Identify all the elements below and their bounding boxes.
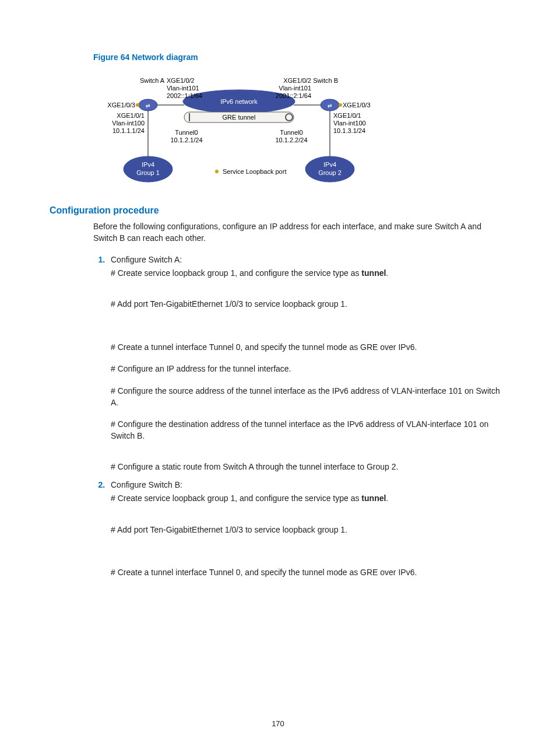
legend-loopback: Service Loopback port [223, 168, 286, 175]
svg-text:⇄: ⇄ [146, 103, 150, 108]
group1-line2: Group 1 [136, 169, 160, 176]
switch-b-icon: ⇄ [321, 99, 339, 111]
svg-text:Tunnel0: Tunnel0 [280, 129, 302, 136]
step-2: Configure Switch B: # Create service loo… [107, 480, 506, 579]
group1-line1: IPv4 [142, 161, 154, 168]
step-1-sub-5: # Configure the destination address of t… [111, 419, 506, 442]
step-2-sub-1: # Add port Ten-GigabitEthernet 1/0/3 to … [111, 524, 506, 536]
step-1-sub-6: # Configure a static route from Switch A… [111, 461, 506, 473]
step-2-head: Configure Switch B: [111, 480, 506, 489]
intro-text: Before the following configurations, con… [93, 220, 506, 244]
svg-text:XGE1/0/1: XGE1/0/1 [117, 112, 145, 119]
svg-text:Tunnel0: Tunnel0 [175, 129, 198, 136]
step-1: Configure Switch A: # Create service loo… [107, 255, 506, 473]
svg-text:XGE1/0/2: XGE1/0/2 [283, 77, 311, 84]
svg-point-10 [136, 103, 139, 107]
ipv6-network-label: IPv6 network [220, 98, 258, 105]
svg-text:⇄: ⇄ [328, 103, 332, 108]
step-1-sub-1: # Add port Ten-GigabitEthernet 1/0/3 to … [111, 299, 506, 310]
svg-text:10.1.1.1/24: 10.1.1.1/24 [112, 127, 145, 134]
svg-text:Vlan-int101: Vlan-int101 [279, 85, 311, 92]
section-heading: Configuration procedure [50, 205, 506, 216]
figure-caption: Figure 64 Network diagram [93, 52, 506, 62]
svg-text:XGE1/0/3: XGE1/0/3 [107, 102, 135, 108]
svg-text:10.1.3.1/24: 10.1.3.1/24 [333, 127, 365, 134]
svg-text:Vlan-int101: Vlan-int101 [167, 85, 199, 92]
svg-text:XGE1/0/1: XGE1/0/1 [333, 112, 361, 119]
step-1-head: Configure Switch A: [111, 255, 506, 264]
svg-text:XGE1/0/2: XGE1/0/2 [167, 77, 195, 84]
steps-list: Configure Switch A: # Create service loo… [93, 255, 506, 579]
switch-b-label: Switch B [313, 77, 338, 84]
svg-text:XGE1/0/3: XGE1/0/3 [343, 102, 371, 108]
svg-point-11 [339, 103, 342, 107]
page-number: 170 [0, 719, 556, 728]
step-1-sub-0: # Create service loopback group 1, and c… [111, 268, 506, 279]
svg-text:Vlan-int100: Vlan-int100 [112, 120, 145, 127]
gre-tunnel-label: GRE tunnel [223, 114, 256, 121]
group2-line1: IPv4 [323, 161, 336, 168]
step-2-sub-2: # Create a tunnel interface Tunnel 0, an… [111, 567, 506, 579]
svg-text:2001::2:1/64: 2001::2:1/64 [276, 92, 311, 99]
svg-text:Vlan-int100: Vlan-int100 [333, 120, 366, 127]
step-1-sub-4: # Configure the source address of the tu… [111, 386, 506, 408]
step-1-sub-2: # Create a tunnel interface Tunnel 0, an… [111, 342, 506, 354]
step-2-sub-0: # Create service loopback group 1, and c… [111, 493, 506, 505]
network-diagram: IPv6 network GRE tunnel ⇄ ⇄ [93, 65, 408, 188]
svg-text:10.1.2.1/24: 10.1.2.1/24 [170, 136, 202, 144]
switch-a-label: Switch A [140, 77, 165, 84]
svg-text:2002::1:1/64: 2002::1:1/64 [167, 92, 202, 99]
step-1-sub-3: # Configure an IP address for the tunnel… [111, 363, 506, 375]
svg-point-16 [215, 170, 219, 173]
svg-text:10.1.2.2/24: 10.1.2.2/24 [275, 136, 307, 144]
group2-line2: Group 2 [318, 169, 342, 176]
switch-a-icon: ⇄ [139, 99, 157, 111]
